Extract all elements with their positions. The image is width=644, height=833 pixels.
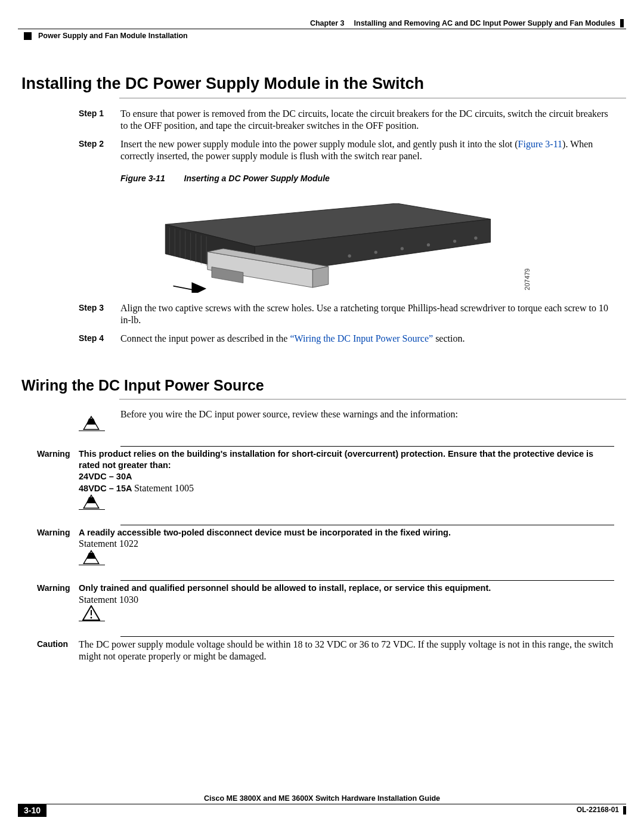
svg-marker-27 (86, 497, 96, 503)
image-number: 207479 (524, 268, 531, 290)
statement-ref: Statement 1005 (134, 483, 194, 493)
section-rule (119, 399, 626, 400)
step-label: Step 2 (79, 138, 120, 163)
figure-xref[interactable]: Figure 3-11 (518, 139, 563, 149)
statement-ref: Statement 1030 (79, 594, 614, 606)
step-row: Step 4 Connect the input power as descri… (79, 333, 614, 345)
svg-point-19 (427, 243, 430, 246)
caution-block: Caution The DC power supply module volta… (79, 620, 614, 663)
notice-body: The DC power supply module voltage shoul… (79, 639, 614, 663)
switch-illustration (126, 203, 520, 293)
warning-block: Warning Only trained and qualified perso… (79, 563, 614, 606)
warning-block: Warning A readily accessible two-poled d… (79, 508, 614, 551)
notice-body: A readily accessible two-poled disconnec… (79, 527, 614, 551)
step-label: Step 3 (79, 302, 120, 327)
page: Chapter 3 Installing and Removing AC and… (0, 0, 644, 833)
svg-marker-30 (86, 553, 96, 559)
svg-point-21 (474, 236, 477, 239)
page-number: 3-10 (18, 804, 47, 817)
step-row: Step 2 Insert the new power supply modul… (79, 138, 614, 163)
section-rule (119, 98, 626, 98)
step-body: Insert the new power supply module into … (120, 138, 614, 163)
step-row: Step 1 To ensure that power is removed f… (79, 108, 614, 132)
statement-ref: Statement 1022 (79, 538, 614, 550)
section-title-wiring: Wiring the DC Input Power Source (18, 377, 626, 394)
figure-caption-text: Inserting a DC Power Supply Module (184, 174, 330, 183)
section-title-installing: Installing the DC Power Supply Module in… (18, 75, 626, 93)
figure-image: 207479 (120, 189, 519, 302)
svg-point-17 (374, 250, 377, 253)
footer-end-mark (623, 806, 626, 815)
step-body: Align the two captive screws with the sc… (120, 302, 614, 327)
document-id: OL-22168-01 (577, 806, 619, 814)
figure-number: Figure 3-11 (120, 174, 165, 183)
caution-icon (79, 620, 120, 636)
svg-point-20 (453, 240, 456, 243)
running-header-right: Chapter 3 Installing and Removing AC and… (18, 19, 626, 27)
step-label: Step 4 (79, 333, 120, 345)
warning-icon (79, 508, 120, 525)
svg-marker-15 (174, 282, 207, 293)
header-end-mark (620, 19, 624, 27)
section-xref[interactable]: “Wiring the DC Input Power Source” (290, 333, 433, 343)
notice-body: Only trained and qualified personnel sho… (79, 583, 614, 606)
notice-body: This product relies on the building's in… (79, 448, 614, 494)
svg-point-33 (91, 617, 92, 618)
chapter-label: Chapter 3 (310, 19, 345, 27)
svg-point-16 (348, 254, 351, 257)
step-row: Step 3 Align the two captive screws with… (79, 302, 614, 327)
header-rule (18, 29, 626, 29)
book-title: Cisco ME 3800X and ME 3600X Switch Hardw… (204, 794, 440, 803)
warning-icon (79, 429, 120, 446)
section-intro: Before you wire the DC input power sourc… (120, 409, 614, 420)
svg-marker-13 (312, 267, 328, 287)
running-header-left: Power Supply and Fan Module Installation (18, 32, 626, 40)
warning-icon (79, 563, 120, 580)
step-body: Connect the input power as described in … (120, 333, 614, 345)
page-footer: Cisco ME 3800X and ME 3600X Switch Hardw… (18, 792, 626, 817)
header-start-mark (24, 32, 32, 40)
svg-point-18 (401, 247, 404, 250)
step-body: To ensure that power is removed from the… (120, 108, 614, 132)
section-path: Power Supply and Fan Module Installation (38, 32, 188, 40)
warning-block: Warning This product relies on the build… (79, 429, 614, 494)
chapter-title: Installing and Removing AC and DC Input … (354, 19, 615, 27)
figure-caption: Figure 3-11 Inserting a DC Power Supply … (120, 174, 626, 183)
step-label: Step 1 (79, 108, 120, 132)
svg-marker-24 (86, 419, 96, 425)
